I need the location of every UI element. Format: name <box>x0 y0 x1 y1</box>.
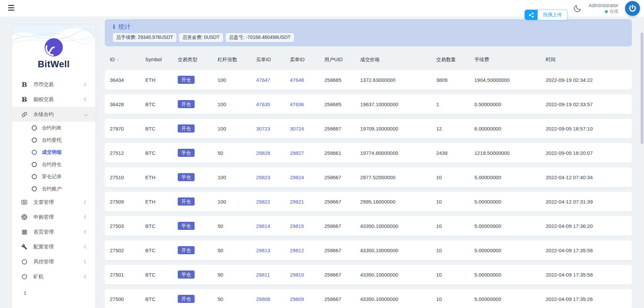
sidebar-menu-item[interactable]: Ƀ 期权交易 <box>12 92 95 107</box>
column-header[interactable]: Symbol <box>145 57 178 62</box>
column-header[interactable]: 交易类型 <box>178 56 218 63</box>
sell-order-link[interactable]: 30724 <box>290 126 304 132</box>
trade-type-badge: 开仓 <box>178 76 195 84</box>
cell-symbol: BTC <box>145 101 178 107</box>
sidebar-menu-item[interactable]: 配置管理 <box>12 239 95 254</box>
cell-symbol: ETH <box>145 174 178 180</box>
sidebar-menu-item[interactable]: 永续合约 <box>12 107 95 122</box>
sell-order-link[interactable]: 29815 <box>290 223 304 229</box>
sidebar-submenu-item[interactable]: 合约列表 <box>12 122 95 134</box>
cell-id: 27512 <box>110 150 145 156</box>
cell-fee: 5.00000000 <box>474 296 546 302</box>
radio-circle-icon <box>32 125 37 131</box>
cell-price: 43350.10000000 <box>360 272 436 278</box>
scrollbar-thumb[interactable] <box>641 32 643 144</box>
cell-time: 2022-04-09 17:35:26 <box>546 296 627 302</box>
cell-sell-id: 29815 <box>290 223 324 229</box>
buy-order-link[interactable]: 29813 <box>256 247 270 253</box>
sell-order-link[interactable]: 47636 <box>290 101 304 107</box>
column-header[interactable]: 时间 <box>546 56 627 63</box>
cell-symbol: BTC <box>145 296 178 302</box>
stats-badges: 总手续费: 29340.976USDT 总资金费: 0USDT 总盈亏: -70… <box>113 33 624 42</box>
hamburger-icon[interactable] <box>7 3 17 13</box>
cell-trade-type: 平仓 <box>178 149 218 157</box>
cell-price: 1372.63000000 <box>360 77 436 83</box>
cell-time: 2022-04-09 17:35:58 <box>546 272 627 278</box>
cell-user-uid: 258667 <box>324 296 360 302</box>
cell-user-uid: 258685 <box>324 77 360 83</box>
submenu-item-label: 合约委托 <box>42 137 61 143</box>
column-header[interactable]: 买单ID <box>256 56 290 63</box>
sidebar-menu-item[interactable]: B 币币交易 <box>12 77 95 92</box>
sidebar-submenu-item[interactable]: 穿仓记录 <box>12 170 95 183</box>
column-header[interactable]: 杠杆倍数 <box>218 56 256 63</box>
column-header[interactable]: 用户UID <box>324 56 360 63</box>
sidebar-menu-item[interactable]: 文章管理 <box>12 195 95 210</box>
buy-order-link[interactable]: 47635 <box>256 101 270 107</box>
buy-order-link[interactable]: 29828 <box>256 150 270 156</box>
cell-id: 27510 <box>110 174 145 180</box>
trade-type-badge: 平仓 <box>178 222 195 230</box>
sidebar-menu-item[interactable]: 首页管理 <box>12 224 95 239</box>
cell-fee: 5.00000000 <box>474 272 546 278</box>
column-header[interactable]: 卖单ID <box>290 56 324 63</box>
power-icon[interactable] <box>625 1 640 16</box>
column-header[interactable]: ID ↑ <box>110 57 145 62</box>
column-header[interactable]: 交易数量 <box>436 56 474 63</box>
table-row: 27501 BTC 平仓 50 29811 29810 258667 43350… <box>105 265 632 284</box>
cell-fee: 5.00000000 <box>474 174 546 180</box>
buy-order-link[interactable]: 30723 <box>256 126 270 132</box>
sell-order-link[interactable]: 29824 <box>290 174 304 180</box>
cell-fee: 6.00000000 <box>474 126 546 132</box>
sidebar-submenu-item[interactable]: 合约账户 <box>12 183 95 195</box>
submenu-item-label: 合约持仓 <box>42 161 61 168</box>
column-header[interactable]: 手续费 <box>474 56 546 63</box>
cell-trade-type: 开仓 <box>178 100 218 108</box>
buy-order-link[interactable]: 29811 <box>256 272 270 278</box>
drag-upload-button[interactable]: 拖拽上传 <box>524 9 568 20</box>
chevron-icon <box>84 97 88 101</box>
sell-order-link[interactable]: 29810 <box>290 272 304 278</box>
sidebar-submenu-item[interactable]: 成交明细 <box>12 146 95 158</box>
menu-item-label: 文章管理 <box>33 199 54 206</box>
buy-order-link[interactable]: 29822 <box>256 199 270 205</box>
table-header: ID ↑ Symbol 交易类型 杠杆倍数 买单ID 卖单ID 用户UID 成交… <box>105 52 632 67</box>
buy-order-link[interactable]: 29823 <box>256 174 270 180</box>
buy-order-link[interactable]: 47647 <box>256 77 270 83</box>
table-row: 27970 BTC 开仓 100 30723 30724 258687 1970… <box>105 119 632 138</box>
column-label: 用户UID <box>324 56 343 63</box>
share-nodes-icon <box>525 10 538 20</box>
column-label: 交易类型 <box>178 56 197 63</box>
stat-badge: 总手续费: 29340.976USDT <box>113 33 176 42</box>
sell-order-link[interactable]: 47648 <box>290 77 304 83</box>
column-label: 买单ID <box>256 56 271 63</box>
brand-logo-icon[interactable] <box>44 38 64 58</box>
trade-type-badge: 开仓 <box>178 197 195 206</box>
cell-fee: 5.00000000 <box>474 199 546 205</box>
sidebar-submenu-item[interactable]: 合约委托 <box>12 134 95 146</box>
cell-trade-type: 开仓 <box>178 295 218 303</box>
column-header[interactable]: 成交价格 <box>360 56 436 63</box>
cell-user-uid: 258667 <box>324 247 360 253</box>
menu-item-label: 风控管理 <box>33 259 54 265</box>
sell-order-link[interactable]: 29812 <box>290 247 304 253</box>
cell-trade-type: 开仓 <box>178 246 218 254</box>
radio-circle-icon <box>32 162 37 167</box>
sidebar-menu-item[interactable]: 风控管理 <box>12 254 95 269</box>
sidebar-submenu-item[interactable]: 合约持仓 <box>12 158 95 170</box>
trade-type-badge: 开仓 <box>178 124 195 133</box>
sidebar-menu-item[interactable]: 申购管理 <box>12 210 95 224</box>
cell-quantity: 1 <box>436 101 474 107</box>
vertical-scrollbar[interactable] <box>641 18 643 307</box>
moon-icon[interactable] <box>573 4 582 13</box>
sell-order-link[interactable]: 29821 <box>290 199 304 205</box>
buy-order-link[interactable]: 29814 <box>256 223 270 229</box>
sell-order-link[interactable]: 29809 <box>290 296 304 302</box>
buy-order-link[interactable]: 29808 <box>256 296 270 302</box>
sort-up-icon: ↑ <box>117 57 119 62</box>
cell-user-uid: 258685 <box>324 101 360 107</box>
sidebar-menu-item[interactable]: 矿机 <box>12 269 95 284</box>
chevron-icon <box>84 260 88 263</box>
sell-order-link[interactable]: 29827 <box>290 150 304 156</box>
topbar-right: Administrator 在线 <box>573 1 640 16</box>
